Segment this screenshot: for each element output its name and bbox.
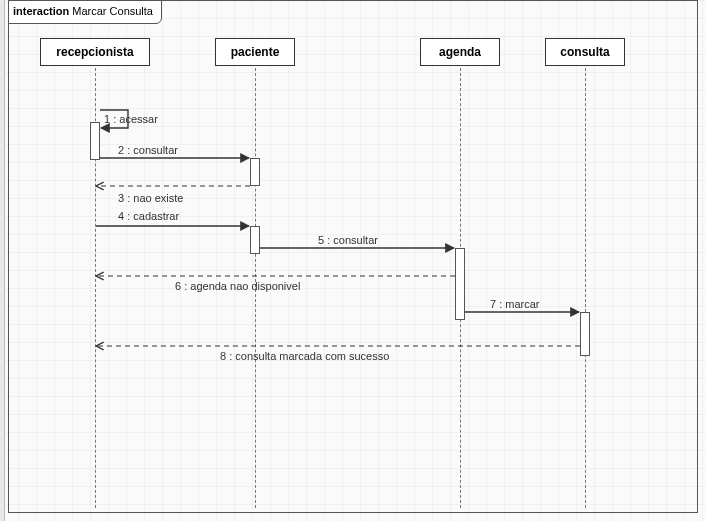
message-1-label: 1 : acessar bbox=[104, 113, 158, 125]
frame-title: Marcar Consulta bbox=[72, 5, 153, 17]
lifeline-recepcionista-head[interactable]: recepcionista bbox=[40, 38, 150, 66]
lifeline-label: agenda bbox=[439, 45, 481, 59]
message-8-label: 8 : consulta marcada com sucesso bbox=[220, 350, 389, 362]
activation-agenda-1 bbox=[455, 248, 465, 320]
message-2-label: 2 : consultar bbox=[118, 144, 178, 156]
activation-recepcionista-1 bbox=[90, 122, 100, 160]
lifeline-consulta-head[interactable]: consulta bbox=[545, 38, 625, 66]
activation-paciente-1 bbox=[250, 158, 260, 186]
message-7-label: 7 : marcar bbox=[490, 298, 540, 310]
message-5-label: 5 : consultar bbox=[318, 234, 378, 246]
lifeline-label: recepcionista bbox=[56, 45, 133, 59]
lifeline-consulta-line bbox=[585, 68, 586, 508]
message-6-label: 6 : agenda nao disponivel bbox=[175, 280, 300, 292]
lifeline-label: paciente bbox=[231, 45, 280, 59]
message-4-label: 4 : cadastrar bbox=[118, 210, 179, 222]
left-rail bbox=[0, 0, 5, 521]
activation-paciente-2 bbox=[250, 226, 260, 254]
message-3-label: 3 : nao existe bbox=[118, 192, 183, 204]
lifeline-label: consulta bbox=[560, 45, 609, 59]
interaction-frame: interaction Marcar Consulta bbox=[8, 0, 698, 513]
activation-consulta-1 bbox=[580, 312, 590, 356]
frame-label: interaction Marcar Consulta bbox=[8, 0, 162, 24]
lifeline-agenda-head[interactable]: agenda bbox=[420, 38, 500, 66]
frame-keyword: interaction bbox=[13, 5, 69, 17]
lifeline-paciente-head[interactable]: paciente bbox=[215, 38, 295, 66]
